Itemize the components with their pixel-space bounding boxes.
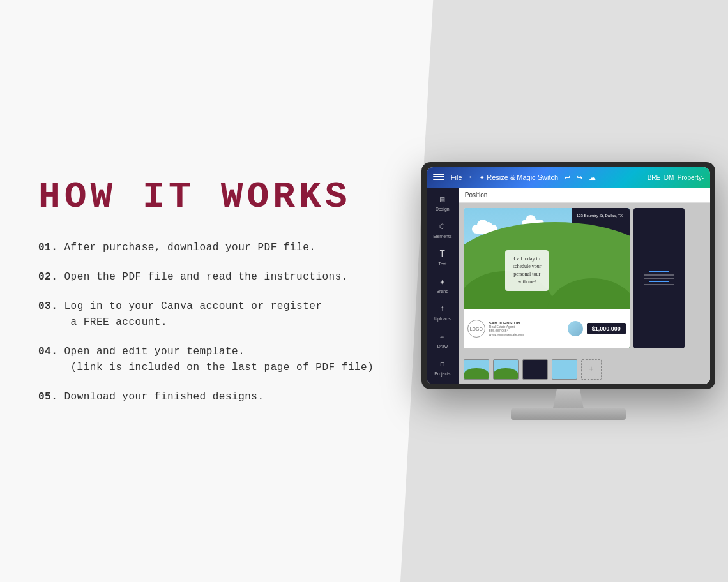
canva-interface: File • ✦ Resize & Magic Switch ↩ ↪ ☁ BRE…	[427, 167, 710, 384]
sidebar-label: Projects	[434, 371, 450, 376]
sidebar-label: Elements	[433, 234, 451, 239]
thumbnail-4[interactable]	[552, 359, 577, 380]
included-text: included	[128, 362, 180, 373]
position-label: Position	[465, 191, 488, 198]
step-number: 04.	[38, 346, 57, 357]
left-panel: HOW IT WORKS 01. After purchase, downloa…	[0, 0, 415, 582]
agent-photo	[568, 321, 583, 336]
page-title: HOW IT WORKS	[38, 177, 383, 218]
step-text: Open the PDF file and read the instructi…	[64, 271, 347, 283]
canva-body: ▤ Design ⬡ Elements	[427, 188, 710, 384]
hamburger-line	[433, 179, 444, 180]
logo-text: LOGO	[470, 327, 483, 331]
cloud-save-icon[interactable]: ☁	[589, 174, 596, 182]
elements-icon: ⬡	[435, 220, 450, 233]
step-number: 01.	[38, 242, 57, 253]
step-3: 03. Log in to your Canva account or regi…	[38, 299, 383, 331]
side-card-line-accent	[649, 271, 669, 272]
step-number: 02.	[38, 271, 57, 283]
sidebar-label: Brand	[436, 289, 448, 294]
logo-placeholder: LOGO	[467, 320, 485, 338]
thumbnail-1[interactable]	[464, 359, 489, 380]
sidebar-item-text[interactable]: T Text	[435, 248, 450, 266]
main-design-card: 123 Boundry St, Dallas, TX	[464, 208, 630, 348]
monitor: File • ✦ Resize & Magic Switch ↩ ↪ ☁ BRE…	[421, 162, 715, 420]
thumbnail-2[interactable]	[493, 359, 519, 380]
projects-icon: ◻	[435, 357, 450, 370]
step-2: 02. Open the PDF file and read the instr…	[38, 269, 383, 286]
price-display: $1,000,000	[587, 323, 626, 334]
hamburger-line	[433, 176, 444, 177]
sidebar-item-projects[interactable]: ◻ Projects	[434, 357, 450, 376]
sidebar-item-brand[interactable]: ◈ Brand	[435, 275, 450, 294]
thumb-ground	[464, 368, 489, 379]
sidebar-item-elements[interactable]: ⬡ Elements	[433, 220, 451, 239]
design-icon: ▤	[435, 193, 450, 205]
right-panel: File • ✦ Resize & Magic Switch ↩ ↪ ☁ BRE…	[415, 0, 728, 582]
canvas-area: 123 Boundry St, Dallas, TX	[459, 203, 710, 354]
monitor-stand-base	[511, 408, 626, 420]
thumbnail-strip: +	[459, 354, 710, 384]
side-card-line	[644, 284, 674, 285]
step-1: 01. After purchase, download your PDF fi…	[38, 240, 383, 257]
add-page-button[interactable]: +	[581, 359, 602, 380]
redo-icon[interactable]: ↪	[577, 174, 582, 182]
sidebar-item-design[interactable]: ▤ Design	[435, 193, 450, 211]
step-5: 05. Download your finished designs.	[38, 389, 383, 406]
cta-overlay: Call today toschedule yourpersonal tourw…	[505, 250, 549, 291]
separator: •	[469, 174, 473, 181]
canva-toolbar: Position	[459, 188, 710, 203]
thumb-sky	[552, 360, 577, 369]
side-card-line	[644, 274, 674, 276]
thumb-ground	[494, 368, 518, 379]
step-4: 04. Open and edit your template. (link i…	[38, 344, 383, 377]
plus-icon: +	[589, 364, 594, 375]
real-estate-card: 123 Boundry St, Dallas, TX	[464, 208, 630, 348]
draw-icon: ✏	[435, 330, 450, 343]
brand-icon: ◈	[435, 275, 450, 288]
text-icon: T	[435, 248, 450, 260]
uploads-icon: ↑	[435, 302, 450, 315]
agent-website: www.yourrealestate.com	[489, 332, 564, 336]
step-number: 03.	[38, 301, 57, 312]
step-number: 05.	[38, 391, 57, 403]
thumbnail-3[interactable]	[522, 359, 548, 380]
cta-text: Call today toschedule yourpersonal tourw…	[513, 255, 542, 286]
sidebar-label: Draw	[437, 344, 448, 348]
hamburger-menu-icon[interactable]	[433, 174, 444, 181]
sidebar-item-uploads[interactable]: ↑ Uploads	[434, 302, 451, 321]
side-card-line-accent	[649, 281, 669, 282]
sidebar-item-draw[interactable]: ✏ Draw	[435, 330, 450, 348]
address-text: 123 Boundry St, Dallas, TX	[577, 213, 625, 218]
monitor-screen-outer: File • ✦ Resize & Magic Switch ↩ ↪ ☁ BRE…	[421, 162, 715, 389]
sidebar-label: Uploads	[434, 317, 451, 321]
step-text: After purchase, download your PDF file.	[64, 242, 315, 253]
side-design-card	[633, 208, 685, 348]
canva-sidebar: ▤ Design ⬡ Elements	[427, 188, 459, 384]
file-menu[interactable]: File	[451, 174, 462, 181]
hamburger-line	[433, 174, 444, 175]
canva-topbar: File • ✦ Resize & Magic Switch ↩ ↪ ☁ BRE…	[427, 167, 710, 188]
step-text: Open and edit your template. (link is in…	[38, 346, 374, 374]
sidebar-label: Text	[438, 262, 446, 266]
step-text: Log in to your Canva account or register…	[38, 301, 322, 329]
canva-main: Position	[459, 188, 710, 384]
steps-list: 01. After purchase, download your PDF fi…	[38, 240, 383, 405]
resize-button[interactable]: ✦ Resize & Magic Switch	[479, 174, 558, 182]
sidebar-label: Design	[436, 207, 450, 211]
side-card-content	[633, 208, 685, 348]
undo-icon[interactable]: ↩	[565, 174, 570, 182]
bottom-info-bar: LOGO SAM JOHNSTON Real Estate Agent 555.…	[464, 309, 630, 348]
monitor-screen-bezel: File • ✦ Resize & Magic Switch ↩ ↪ ☁ BRE…	[427, 167, 710, 384]
agent-info: SAM JOHNSTON Real Estate Agent 555.987.0…	[489, 321, 564, 336]
side-card-line	[644, 278, 674, 279]
step-text: Download your finished designs.	[64, 391, 264, 403]
monitor-stand-neck	[549, 389, 588, 408]
filename: BRE_DM_Property-	[648, 174, 704, 181]
